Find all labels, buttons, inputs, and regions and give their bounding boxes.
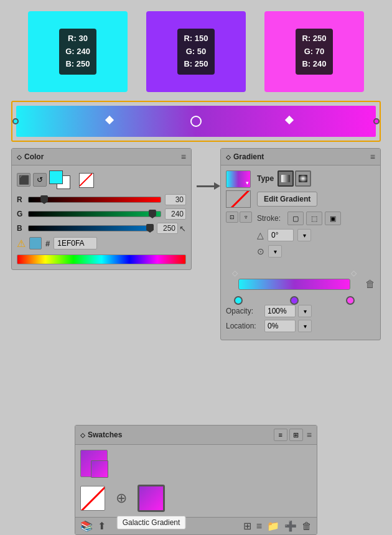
color-panel-menu[interactable]: ≡ [181,152,186,162]
gradient-preview[interactable]: ▾ [226,170,251,188]
swatch-row-1 [80,450,312,477]
gradient-top-diamonds: ◇ ◇ [226,269,363,277]
location-input[interactable] [264,320,296,332]
list-add-icon[interactable]: ≡ [256,521,262,532]
aspect-select[interactable]: ▾ [268,245,282,258]
gradient-panel-body: ▾ ⊡ ▿ Type [221,165,380,340]
gradient-panel-title: ◇ Gradient [226,152,264,161]
swatches-toolbar-left: 📚 ⬆ [80,520,106,532]
gradient-diamond-1[interactable] [105,116,113,124]
spectrum-bar[interactable] [17,254,186,264]
gradient-slider-section: ◇ ◇ 🗑 [226,269,375,300]
gradient-bar-section [0,101,392,142]
swatch-stacked[interactable] [80,450,108,477]
stroke-btn-2[interactable]: ⬚ [306,212,322,225]
gradient-bar[interactable] [16,106,376,137]
hex-input[interactable] [54,237,97,249]
hex-row: ⚠ # [17,237,186,249]
location-row: Location: ▾ [226,320,375,332]
angle-icon: △ [257,230,264,240]
folder-icon[interactable]: 📁 [267,520,279,532]
b-slider-track[interactable] [28,225,153,231]
swatch-purple[interactable]: R: 150G: 50B: 250 [146,11,246,92]
aspect-dropdown: ▾ [268,245,282,258]
gradient-stops [238,290,350,300]
angle-input[interactable] [268,229,294,241]
delete-swatch-icon[interactable]: 🗑 [302,521,312,532]
grad-stop-cyan[interactable] [234,296,243,305]
color-label-pink: R: 250G: 70B: 240 [296,29,332,75]
grid-view-btn[interactable]: ⊞ [289,429,303,441]
swatch-pink[interactable]: R: 250G: 70B: 240 [264,11,364,92]
swatch-row-2: ⊕ Galactic Gradient [80,485,312,512]
edit-gradient-button[interactable]: Edit Gradient [257,192,317,207]
swatch-none[interactable] [80,486,105,511]
opacity-dropdown[interactable]: ▾ [298,305,312,317]
trash-icon[interactable]: 🗑 [365,279,375,290]
swatch-crosshair[interactable]: ⊕ [109,486,134,511]
grad-icon-2[interactable]: ▿ [240,212,252,223]
stroke-row: Stroke: ▢ ⬚ ▣ [257,212,375,225]
swatch-gradient-wrapper: Galactic Gradient [138,485,165,512]
opacity-input[interactable] [264,305,296,317]
gradient-handle-center[interactable] [190,116,202,127]
swatches-panel-menu[interactable]: ≡ [307,430,312,440]
mouse-cursor-icon: ↖ [179,224,186,233]
type-btn-radial[interactable] [295,170,311,187]
swatches-view-icons: ≡ ⊞ [274,429,303,441]
r-slider-thumb[interactable] [40,195,48,204]
import-icon[interactable]: ⬆ [98,520,106,532]
gradient-handle-left[interactable] [12,118,19,124]
top-color-swatches: R: 30G: 240B: 250 R: 150G: 50B: 250 R: 2… [0,0,392,101]
diamond-icon: ◇ [17,154,22,160]
swatch-galactic[interactable] [138,485,165,512]
color-label-purple: R: 150G: 50B: 250 [177,29,214,75]
color-icon-pair[interactable] [49,170,70,189]
color-front-square [49,170,63,184]
web-safe-icon [29,237,42,249]
grad-icon-1[interactable]: ⊡ [226,212,238,223]
r-slider-row: R 30 [17,194,186,205]
stroke-btn-3[interactable]: ▣ [325,212,341,225]
arrow-body [197,185,215,187]
color-tool-btn-1[interactable]: ⬛ [17,173,30,187]
no-fill-icon[interactable] [79,173,93,187]
gradient-panel-menu[interactable]: ≡ [370,152,375,162]
swatches-panel: ◇ Swatches ≡ ⊞ ≡ ⊕ Galactic Gradient [75,425,317,535]
color-panel-body: ⬛ ↺ R 30 G [12,165,191,269]
swatch-cyan[interactable]: R: 30G: 240B: 250 [28,11,128,92]
list-view-btn[interactable]: ≡ [274,429,287,441]
hex-hash-label: # [45,239,50,248]
grid-add-icon[interactable]: ⊞ [243,520,251,532]
grad-stop-pink[interactable] [346,296,355,305]
library-icon[interactable]: 📚 [80,520,93,532]
new-swatch-icon[interactable]: ➕ [284,520,297,532]
color-tool-btn-2[interactable]: ↺ [33,173,47,187]
swatches-panel-header: ◇ Swatches ≡ ⊞ ≡ [75,426,317,445]
link-icon: ⊙ [257,246,264,256]
stroke-btn-1[interactable]: ▢ [287,212,304,225]
diamond-icon-3: ◇ [80,432,85,439]
location-dropdown[interactable]: ▾ [298,320,312,332]
diamond-top-left: ◇ [232,269,238,277]
opacity-row: Opacity: ▾ [226,305,375,317]
color-panel-header: ◇ Color ≡ [12,149,191,165]
g-slider-track[interactable] [28,211,161,217]
grad-stop-purple[interactable] [290,296,299,305]
svg-rect-0 [281,175,290,182]
gradient-handle-right[interactable] [373,118,380,124]
type-btn-linear[interactable] [278,170,294,187]
g-slider-thumb[interactable] [149,210,156,218]
gradient-slider-bar[interactable] [238,279,350,290]
gradient-type-controls: Type [257,170,375,264]
color-panel-title: ◇ Color [17,152,44,161]
swatch-tooltip: Galactic Gradient [117,516,186,529]
r-slider-track[interactable] [28,197,161,203]
b-slider-thumb[interactable] [146,224,154,233]
gradient-diamond-2[interactable] [284,116,293,124]
color-tools-row: ⬛ ↺ [17,170,186,189]
diamond-icon-2: ◇ [226,154,231,160]
arrow-connector [192,185,220,187]
angle-dropdown[interactable]: ▾ [297,229,311,241]
diamond-top-right: ◇ [351,269,357,277]
